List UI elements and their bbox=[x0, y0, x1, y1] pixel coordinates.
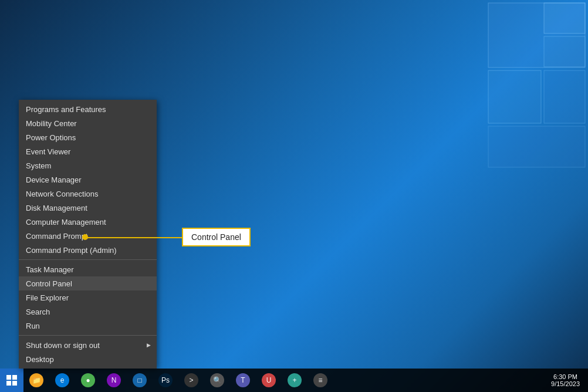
tooltip-callout: Control Panel bbox=[182, 228, 251, 246]
menu-item-run[interactable]: Run bbox=[19, 319, 157, 333]
menu-item-event-viewer[interactable]: Event Viewer bbox=[19, 144, 157, 158]
menu-item-system[interactable]: System bbox=[19, 158, 157, 173]
menu-item-power-options[interactable]: Power Options bbox=[19, 130, 157, 144]
taskbar-icon-symbol-photoshop: Ps bbox=[158, 373, 173, 387]
svg-rect-6 bbox=[6, 375, 11, 380]
menu-item-control-panel[interactable]: Control Panel bbox=[19, 276, 157, 290]
menu-item-shut-down-or-sign-out[interactable]: Shut down or sign out bbox=[19, 338, 157, 352]
taskbar-icon-unknown3[interactable]: ≡ bbox=[307, 369, 333, 392]
taskbar-icon-photoshop[interactable]: Ps bbox=[153, 369, 178, 392]
taskbar-icon-virtual-box[interactable]: □ bbox=[127, 369, 153, 392]
svg-rect-8 bbox=[6, 381, 11, 386]
tooltip-line bbox=[85, 237, 182, 238]
taskbar-icon-symbol-file-explorer: 📁 bbox=[29, 373, 43, 387]
menu-item-programs-features[interactable]: Programs and Features bbox=[19, 102, 157, 116]
menu-item-file-explorer[interactable]: File Explorer bbox=[19, 290, 157, 305]
taskbar-icons: 📁e●N□Ps>🔍TU+≡ bbox=[23, 369, 333, 392]
taskbar-icon-symbol-virtual-box: □ bbox=[133, 373, 147, 387]
menu-item-mobility-center[interactable]: Mobility Center bbox=[19, 116, 157, 130]
taskbar-icon-symbol-cmd: > bbox=[184, 373, 198, 387]
svg-rect-1 bbox=[544, 3, 585, 33]
svg-rect-7 bbox=[12, 375, 17, 380]
tooltip-label: Control Panel bbox=[191, 232, 241, 242]
taskbar-icon-cmd[interactable]: > bbox=[178, 369, 204, 392]
menu-item-desktop[interactable]: Desktop bbox=[19, 352, 157, 366]
taskbar-icon-symbol-edge: e bbox=[55, 373, 69, 387]
menu-item-command-prompt-admin[interactable]: Command Prompt (Admin) bbox=[19, 243, 157, 257]
menu-separator bbox=[19, 335, 157, 336]
start-button[interactable] bbox=[0, 369, 23, 392]
taskbar-icon-file-explorer[interactable]: 📁 bbox=[23, 369, 49, 392]
taskbar-clock[interactable]: 6:30 PM 9/15/2023 bbox=[546, 373, 584, 387]
menu-item-computer-management[interactable]: Computer Management bbox=[19, 215, 157, 229]
tooltip-box: Control Panel bbox=[182, 228, 251, 246]
taskbar-date-value: 9/15/2023 bbox=[551, 380, 580, 387]
menu-item-task-manager[interactable]: Task Manager bbox=[19, 262, 157, 276]
windows-icon bbox=[6, 375, 17, 386]
desktop-decoration bbox=[459, 0, 588, 188]
taskbar-icon-symbol-unknown3: ≡ bbox=[313, 373, 327, 387]
svg-rect-2 bbox=[544, 36, 585, 67]
svg-rect-3 bbox=[488, 70, 541, 123]
menu-item-device-manager[interactable]: Device Manager bbox=[19, 173, 157, 187]
svg-rect-9 bbox=[12, 381, 17, 386]
taskbar-icon-search-bar[interactable]: 🔍 bbox=[204, 369, 230, 392]
taskbar-icon-onenote[interactable]: N bbox=[101, 369, 127, 392]
menu-item-network-connections[interactable]: Network Connections bbox=[19, 187, 157, 201]
taskbar-icon-symbol-unknown2: + bbox=[288, 373, 302, 387]
taskbar-icon-unknown1[interactable]: U bbox=[256, 369, 282, 392]
taskbar-icon-unknown2[interactable]: + bbox=[282, 369, 307, 392]
taskbar-tray: 6:30 PM 9/15/2023 bbox=[546, 373, 588, 387]
taskbar-icon-symbol-onenote: N bbox=[107, 373, 121, 387]
taskbar-icon-chrome[interactable]: ● bbox=[75, 369, 101, 392]
svg-rect-5 bbox=[488, 126, 585, 167]
menu-separator bbox=[19, 259, 157, 260]
taskbar-icon-symbol-teams: T bbox=[236, 373, 250, 387]
taskbar-icon-edge[interactable]: e bbox=[49, 369, 75, 392]
svg-rect-4 bbox=[544, 70, 585, 123]
taskbar-time-value: 6:30 PM bbox=[553, 373, 577, 380]
menu-item-disk-management[interactable]: Disk Management bbox=[19, 201, 157, 215]
taskbar-icon-symbol-search-bar: 🔍 bbox=[210, 373, 224, 387]
taskbar-icon-symbol-chrome: ● bbox=[81, 373, 95, 387]
taskbar-icon-teams[interactable]: T bbox=[230, 369, 256, 392]
menu-item-search[interactable]: Search bbox=[19, 305, 157, 319]
taskbar: 📁e●N□Ps>🔍TU+≡ 6:30 PM 9/15/2023 bbox=[0, 369, 588, 392]
context-menu: Programs and FeaturesMobility CenterPowe… bbox=[19, 100, 157, 369]
taskbar-icon-symbol-unknown1: U bbox=[262, 373, 276, 387]
